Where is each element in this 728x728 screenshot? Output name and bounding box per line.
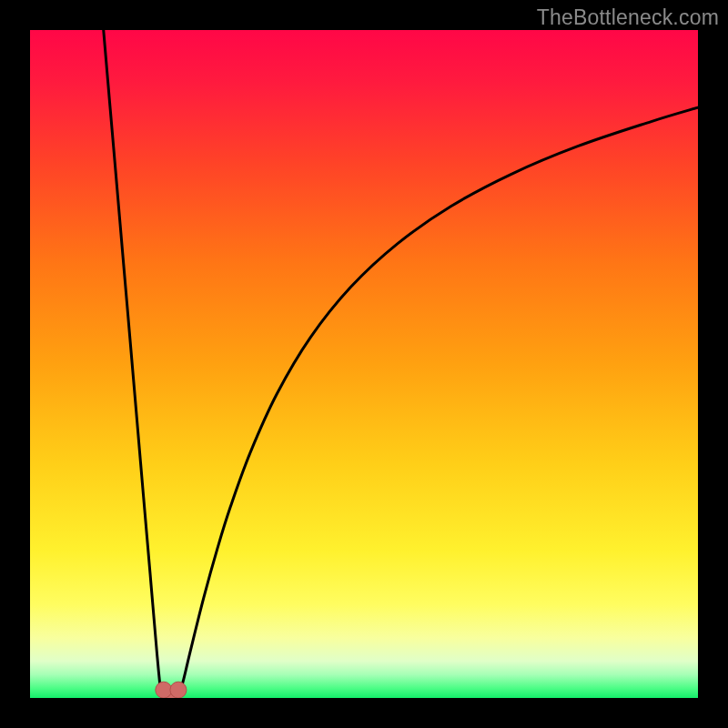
plot-area bbox=[30, 30, 698, 698]
marker-min-left bbox=[156, 682, 172, 698]
marker-min-right bbox=[170, 682, 187, 698]
gradient-background bbox=[30, 30, 698, 698]
chart-frame: TheBottleneck.com bbox=[0, 0, 728, 728]
plot-svg bbox=[30, 30, 698, 698]
watermark-text: TheBottleneck.com bbox=[537, 5, 719, 30]
